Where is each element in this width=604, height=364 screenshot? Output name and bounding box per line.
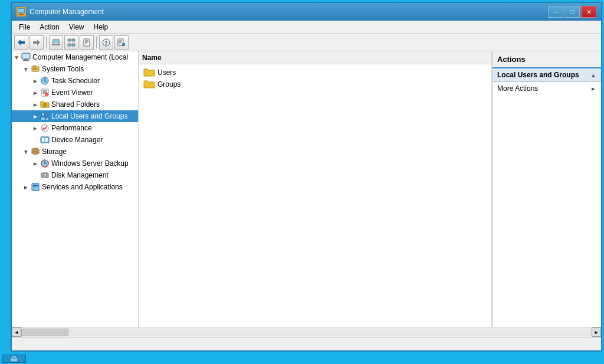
svg-rect-5 (20, 41, 25, 44)
services-expand[interactable]: ► (21, 182, 31, 192)
event-viewer-icon: ! (40, 88, 50, 97)
tree-device-manager[interactable]: Device Manager (12, 134, 138, 146)
system-tools-label: System Tools (42, 65, 84, 73)
taskbar-btn-1[interactable] (2, 355, 26, 363)
folder-users-icon (143, 68, 155, 77)
svg-rect-3 (19, 14, 24, 15)
svg-rect-52 (45, 140, 48, 142)
content-item-users[interactable]: Users (141, 67, 489, 78)
wsb-expand[interactable]: ► (31, 159, 40, 168)
root-expand[interactable]: ▼ (12, 53, 21, 62)
more-actions-arrow-icon: ► (590, 86, 596, 92)
performance-label: Performance (51, 124, 92, 132)
tree-system-tools[interactable]: ▼ System Tools (12, 63, 138, 75)
actions-section-title-label: Local Users and Groups (497, 71, 579, 79)
toolbar-separator-2 (96, 37, 97, 48)
toolbar-separator-1 (46, 37, 47, 48)
tree-panel: ▼ Computer Management (Local ▼ (12, 51, 139, 327)
content-item-groups[interactable]: Groups (141, 78, 489, 90)
svg-rect-7 (33, 41, 38, 44)
storage-label: Storage (42, 147, 67, 156)
svg-rect-50 (42, 138, 44, 142)
svg-rect-1 (18, 9, 24, 12)
system-tools-expand[interactable]: ▼ (21, 64, 31, 74)
svg-rect-63 (33, 186, 38, 187)
content-item-users-label: Users (157, 68, 176, 77)
svg-point-55 (32, 152, 39, 155)
tree-task-scheduler[interactable]: ► Task Scheduler (12, 75, 138, 87)
scroll-left-button[interactable]: ◄ (12, 327, 21, 337)
task-scheduler-label: Task Scheduler (51, 77, 100, 85)
svg-rect-27 (22, 54, 29, 58)
shared-folders-icon (40, 100, 50, 109)
services-label: Services and Applications (42, 183, 123, 191)
tree-local-users-groups[interactable]: ► Local Users and Groups (12, 110, 138, 122)
svg-point-46 (41, 113, 45, 116)
svg-rect-14 (72, 44, 75, 46)
properties-button[interactable] (80, 35, 94, 50)
local-users-expand[interactable]: ► (31, 112, 40, 121)
tree-root[interactable]: ▼ Computer Management (Local (12, 51, 138, 63)
wsb-label: Windows Server Backup (51, 159, 129, 168)
tree-performance[interactable]: ► Performance (12, 122, 138, 134)
svg-point-47 (45, 113, 48, 116)
close-button[interactable]: ✕ (581, 6, 596, 18)
event-viewer-expand[interactable]: ► (31, 88, 40, 97)
svg-rect-65 (33, 189, 35, 189)
disk-management-label: Disk Management (51, 171, 109, 179)
taskbar (0, 353, 604, 364)
actions-panel-title: Actions (493, 51, 601, 68)
more-actions-label: More Actions (497, 84, 538, 93)
storage-expand[interactable]: ▼ (21, 147, 31, 156)
task-scheduler-expand[interactable]: ► (31, 76, 40, 86)
svg-rect-31 (33, 65, 35, 67)
content-header-label: Name (142, 54, 162, 62)
action-more-actions[interactable]: More Actions ► (493, 82, 601, 95)
svg-rect-29 (23, 60, 29, 61)
scroll-thumb[interactable] (21, 329, 68, 336)
device-manager-label: Device Manager (51, 136, 103, 144)
content-panel: Name Users (139, 51, 492, 327)
menu-view[interactable]: View (64, 22, 89, 32)
restore-button[interactable]: □ (564, 6, 580, 18)
local-users-icon (40, 112, 50, 121)
svg-rect-15 (84, 39, 90, 46)
svg-text:?: ? (104, 40, 108, 46)
scroll-right-button[interactable]: ► (592, 327, 601, 337)
svg-rect-9 (54, 40, 58, 43)
system-tools-icon (31, 64, 40, 74)
console-tree-button[interactable] (64, 35, 78, 50)
title-bar: Computer Management ─ □ ✕ (12, 3, 601, 21)
svg-rect-51 (45, 138, 48, 140)
tree-shared-folders[interactable]: ► Shared Folders (12, 99, 138, 110)
tree-storage[interactable]: ▼ Storage (12, 146, 138, 158)
event-viewer-label: Event Viewer (51, 88, 93, 97)
tree-event-viewer[interactable]: ► ! Event Viewer (12, 87, 138, 99)
menu-help[interactable]: Help (89, 22, 113, 32)
computer-icon (21, 53, 31, 62)
minimize-button[interactable]: ─ (548, 6, 563, 18)
svg-rect-64 (33, 188, 37, 188)
svg-rect-2 (20, 13, 22, 14)
svg-point-60 (44, 175, 45, 176)
performance-expand[interactable]: ► (31, 123, 40, 133)
back-button[interactable] (14, 35, 28, 50)
up-button[interactable] (49, 35, 63, 50)
shared-folders-expand[interactable]: ► (31, 100, 40, 109)
horizontal-scrollbar[interactable]: ◄ ► (12, 327, 601, 337)
help-button[interactable]: ? (99, 35, 113, 50)
forward-button[interactable] (29, 35, 44, 50)
device-manager-icon (40, 135, 50, 145)
actions-section-header[interactable]: Local Users and Groups ▲ (493, 68, 601, 82)
disk-management-icon (40, 170, 50, 180)
menu-file[interactable]: File (14, 22, 35, 32)
tree-services-applications[interactable]: ► Services and Applications (12, 181, 138, 193)
menu-action[interactable]: Action (35, 22, 64, 32)
performance-icon (40, 123, 50, 133)
tree-windows-server-backup[interactable]: ► Windows Server Backup (12, 158, 138, 169)
content-list: Users Groups (139, 64, 491, 93)
svg-point-48 (41, 124, 48, 132)
tree-disk-management[interactable]: Disk Management (12, 169, 138, 181)
content-item-groups-label: Groups (157, 80, 180, 88)
export-button[interactable] (114, 35, 129, 50)
